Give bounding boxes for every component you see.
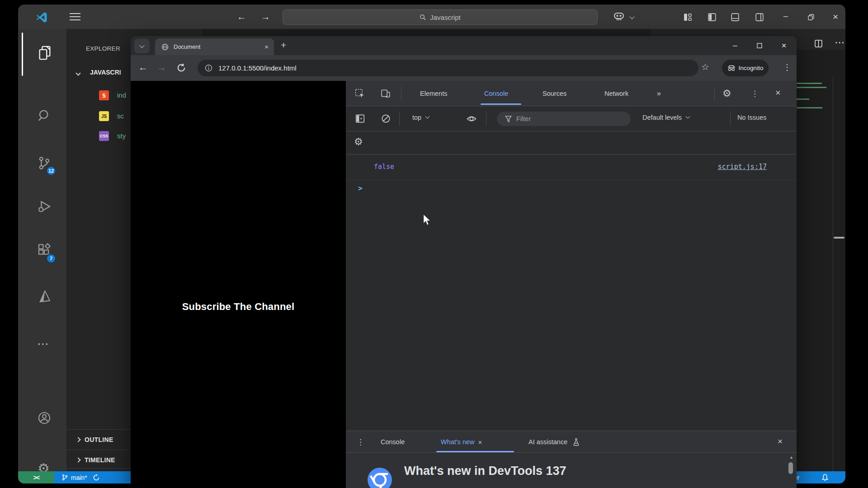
- console-source-link[interactable]: script.js:17: [718, 163, 767, 171]
- menu-hamburger-icon[interactable]: [70, 13, 80, 14]
- browser-forward-button[interactable]: →: [157, 62, 166, 73]
- chrome-content: Subscribe The Channel Elements Console S…: [131, 81, 797, 488]
- sidebar-item-search[interactable]: [37, 108, 52, 123]
- file-name: ind: [117, 91, 126, 99]
- live-expression-eye-icon[interactable]: [466, 113, 477, 124]
- chevron-right-icon: [75, 437, 80, 442]
- mouse-cursor: [422, 214, 432, 226]
- command-center-search[interactable]: Javascript: [283, 9, 598, 25]
- log-levels-label: Default levels: [642, 114, 682, 121]
- incognito-label: Incognito: [739, 65, 764, 71]
- copilot-chevron-down-icon[interactable]: [629, 14, 634, 19]
- extensions-badge: 7: [46, 253, 56, 263]
- inspect-element-icon[interactable]: [355, 89, 365, 99]
- filter-input[interactable]: [516, 115, 607, 122]
- globe-favicon: [161, 43, 169, 51]
- window-close-button[interactable]: ×: [833, 12, 838, 21]
- console-settings-gear-icon[interactable]: ⚙: [354, 136, 363, 148]
- whats-new-heading: What's new in DevTools 137: [404, 464, 566, 478]
- issues-label: No Issues: [737, 114, 766, 121]
- devtools-tab-console[interactable]: Console: [484, 81, 508, 106]
- timeline-label: TIMELINE: [85, 456, 115, 464]
- git-branch-icon: [61, 474, 68, 481]
- toggle-sidebar-icon[interactable]: [708, 13, 716, 21]
- url-text: 127.0.0.1:5500/index.html: [218, 64, 297, 72]
- devtools-tab-sources[interactable]: Sources: [542, 81, 566, 106]
- console-message-row[interactable]: false script.js:17: [346, 155, 797, 180]
- toggle-secondary-sidebar-icon[interactable]: [755, 13, 764, 21]
- code-line: [797, 83, 822, 84]
- new-tab-button[interactable]: +: [281, 40, 286, 51]
- vscode-activity-bar: 12 7 ⋯ ⚙ 1: [18, 29, 66, 471]
- chrome-minimize-button[interactable]: –: [726, 36, 744, 55]
- browser-menu-kebab-icon[interactable]: ⋮: [783, 62, 791, 72]
- clear-console-icon[interactable]: [381, 114, 391, 123]
- code-line: [797, 99, 809, 100]
- window-minimize-button[interactable]: –: [783, 12, 788, 20]
- bookmark-star-icon[interactable]: ☆: [701, 61, 709, 72]
- accounts-icon[interactable]: [37, 411, 52, 425]
- divider: [730, 112, 731, 126]
- search-label: Javascript: [430, 14, 461, 21]
- editor-more-actions-icon[interactable]: ⋯: [835, 37, 844, 48]
- browser-tab[interactable]: Document ×: [155, 38, 274, 55]
- incognito-icon: [727, 65, 736, 71]
- log-levels-selector[interactable]: Default levels: [642, 114, 689, 121]
- devtools-tab-network[interactable]: Network: [604, 81, 628, 106]
- split-editor-icon[interactable]: [815, 40, 822, 47]
- more-views-icon[interactable]: ⋯: [37, 337, 49, 351]
- file-name: sty: [117, 132, 126, 140]
- window-restore-button[interactable]: [808, 14, 814, 20]
- browser-back-button[interactable]: ←: [138, 62, 148, 73]
- scrollbar-thumb[interactable]: [788, 462, 793, 474]
- console-filter[interactable]: [497, 112, 631, 126]
- devtools-menu-kebab-icon[interactable]: ⋮: [751, 89, 759, 99]
- incognito-badge: Incognito: [722, 60, 769, 76]
- nav-forward-button[interactable]: →: [261, 11, 270, 22]
- devtools-tab-elements[interactable]: Elements: [420, 81, 447, 106]
- issues-counter[interactable]: No Issues: [737, 114, 766, 121]
- tab-search-button[interactable]: [134, 39, 150, 53]
- toggle-panel-icon[interactable]: [731, 13, 739, 21]
- nav-back-button[interactable]: ←: [237, 11, 246, 22]
- divider: [486, 112, 486, 126]
- explorer-header: EXPLORER: [86, 45, 120, 52]
- customize-layout-icon[interactable]: [684, 13, 692, 21]
- device-toolbar-icon[interactable]: [381, 89, 391, 99]
- branch-status-item[interactable]: main*: [61, 471, 100, 483]
- scroll-up-icon[interactable]: ▲: [789, 455, 793, 460]
- source-control-badge: 12: [46, 166, 56, 176]
- chrome-maximize-button[interactable]: [750, 36, 769, 55]
- address-bar[interactable]: 127.0.0.1:5500/index.html: [198, 60, 698, 76]
- notifications-bell-icon[interactable]: [821, 471, 829, 483]
- folder-chevron-down-icon: [75, 70, 80, 75]
- chrome-close-button[interactable]: ×: [775, 36, 793, 55]
- remote-indicator[interactable]: ><: [18, 471, 54, 483]
- devtools-close-icon[interactable]: ×: [775, 88, 781, 98]
- tab-close-icon[interactable]: ×: [264, 43, 269, 51]
- drawer-tab-ai-assistance[interactable]: AI assistance: [528, 431, 580, 453]
- sidebar-item-run-debug[interactable]: [37, 199, 52, 214]
- copilot-icon[interactable]: [613, 11, 625, 22]
- reload-icon[interactable]: [177, 63, 186, 72]
- page-viewport: Subscribe The Channel: [131, 81, 346, 488]
- console-sidebar-toggle-icon[interactable]: [355, 114, 365, 123]
- drawer-tab-close-icon[interactable]: ×: [478, 438, 482, 446]
- drawer-tab-whats-new[interactable]: What's new ×: [441, 431, 482, 453]
- filter-funnel-icon: [505, 116, 512, 122]
- console-prompt-chevron[interactable]: >: [358, 184, 363, 192]
- drawer-menu-kebab-icon[interactable]: ⋮: [357, 437, 364, 447]
- chrome-tab-strip: Document × + – ×: [131, 36, 797, 55]
- drawer-tab-console[interactable]: Console: [381, 431, 405, 453]
- site-info-icon[interactable]: [205, 64, 212, 72]
- scrollbar-handle[interactable]: [834, 237, 844, 239]
- file-name: sc: [117, 112, 124, 120]
- devtools-settings-gear-icon[interactable]: ⚙: [722, 88, 731, 99]
- drawer-close-icon[interactable]: ×: [778, 436, 783, 446]
- pyramid-extension-icon[interactable]: [37, 289, 52, 304]
- context-selector[interactable]: top: [412, 114, 429, 121]
- folder-name: JAVASCRI: [90, 69, 121, 76]
- html-file-icon: 5: [99, 90, 109, 100]
- sidebar-item-explorer[interactable]: [37, 45, 52, 61]
- more-tabs-icon[interactable]: »: [657, 81, 661, 106]
